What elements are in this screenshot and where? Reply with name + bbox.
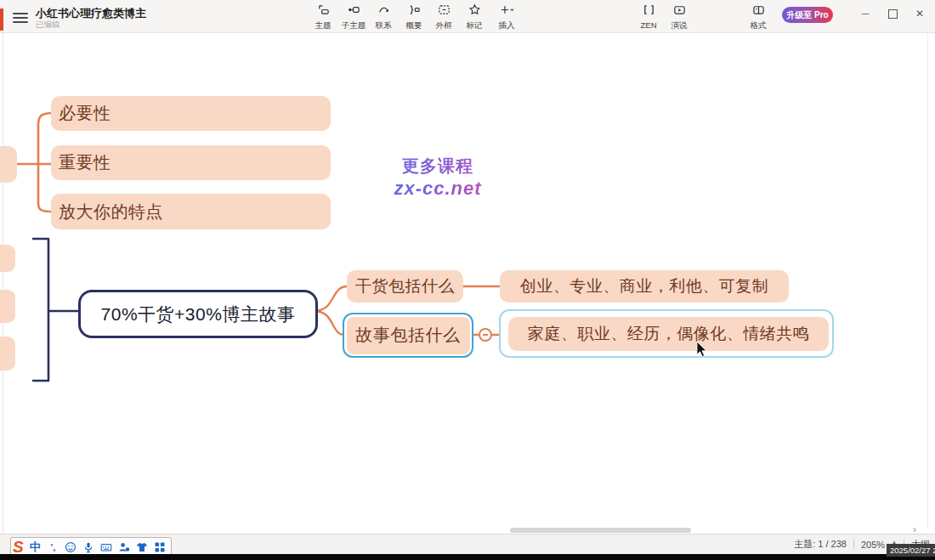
zoom-level[interactable]: 205% [861, 540, 885, 550]
play-icon [672, 3, 687, 20]
topic-label: 放大你的特点 [59, 201, 163, 223]
toolbar-marker-button[interactable]: 标记 [457, 3, 491, 31]
window-close-button[interactable]: ✕ [906, 0, 933, 27]
collapse-toggle-icon[interactable] [479, 328, 492, 342]
topic-label: 必要性 [59, 102, 111, 125]
toolbar-summary-button[interactable]: 概要 [397, 3, 431, 31]
branch-detail-node[interactable]: 家庭、职业、经历，偶像化、情绪共鸣 [508, 317, 829, 351]
ime-skin-icon[interactable] [136, 540, 149, 553]
topic-node[interactable]: 必要性 [51, 96, 331, 131]
insert-plus-icon [500, 3, 514, 20]
offscreen-parent-topic-node[interactable] [0, 146, 17, 183]
upgrade-pro-button[interactable]: 升级至 Pro [782, 7, 833, 23]
ime-language-mode-button[interactable]: 中 [29, 540, 42, 553]
branch-topic-label: 干货包括什么 [355, 275, 455, 297]
watermark: 更多课程 zx-cc.net [366, 155, 510, 200]
offscreen-topic-node[interactable] [0, 337, 15, 371]
window-minimize-button[interactable]: ─ [852, 0, 879, 27]
toolbar-relationship-button[interactable]: 联系 [366, 3, 400, 31]
watermark-line1: 更多课程 [366, 155, 510, 178]
clock-date-tooltip: 2025/02/27 2 [887, 544, 935, 557]
window-controls: ─ ✕ [852, 0, 933, 27]
star-icon [468, 3, 482, 20]
summary-topic-label: 70%干货+30%博主故事 [101, 303, 296, 326]
ime-keyboard-icon[interactable] [100, 540, 113, 553]
topic-node[interactable]: 放大你的特点 [51, 194, 331, 229]
format-panel-icon [751, 3, 766, 20]
branch-topic-node[interactable]: 干货包括什么 [347, 270, 463, 303]
screen-edge-red-sliver [0, 8, 3, 31]
canvas-left-edge-line [3, 32, 3, 534]
summary-icon [407, 3, 422, 20]
ime-toolbox-icon[interactable] [154, 540, 167, 553]
branch-detail-node[interactable]: 创业、专业、商业，利他、可复制 [500, 270, 789, 303]
maximize-icon [888, 9, 898, 19]
window-maximize-button[interactable] [879, 0, 906, 27]
toolbar-presentation-button[interactable]: 演说 [662, 3, 696, 31]
sogou-ime-logo-icon: S [13, 539, 24, 555]
document-edit-status: 已编辑 [36, 20, 60, 31]
summary-topic-node[interactable]: 70%干货+30%博主故事 [78, 290, 318, 338]
relationship-icon [377, 3, 391, 20]
toolbar-boundary-button[interactable]: 外框 [427, 3, 461, 31]
branch-detail-label: 创业、专业、商业，利他、可复制 [520, 275, 769, 297]
ime-account-icon[interactable] [118, 540, 131, 553]
ime-punctuation-icon[interactable]: ’, [47, 540, 60, 553]
toolbar-topic-button[interactable]: 主题 [306, 3, 340, 31]
topic-node[interactable]: 重要性 [51, 145, 331, 180]
boundary-icon [437, 3, 451, 20]
toolbar-subtopic-button[interactable]: 子主题 [337, 3, 371, 31]
offscreen-topic-node[interactable] [0, 245, 15, 272]
topic-label: 重要性 [59, 151, 111, 174]
ime-emoji-icon[interactable] [65, 540, 77, 553]
topic-icon [316, 3, 331, 20]
branch-topic-node-selected[interactable]: 故事包括什么 [343, 313, 473, 358]
statusbar: S 中 ’, 主题: 1 / 238 205% ▲▼ 大纲 [0, 534, 935, 555]
mindmap-canvas[interactable]: 更多课程 zx-cc.net 必要性 重要性 放大你的特点 70%干货+30%博… [0, 32, 935, 534]
offscreen-topic-node[interactable] [0, 290, 15, 323]
statusbar-divider [853, 540, 854, 549]
bottom-black-bar [0, 554, 935, 560]
menu-hamburger-icon[interactable] [13, 10, 28, 22]
horizontal-scrollbar-thumb[interactable] [510, 528, 691, 533]
toolbar-zen-button[interactable]: ZEN [632, 3, 666, 31]
zen-brackets-icon [642, 3, 656, 20]
toolbar-insert-button[interactable]: 插入 [488, 3, 525, 31]
toolbar-format-button[interactable]: 格式 [741, 3, 775, 31]
titlebar: 小红书心理疗愈类博主 已编辑 主题 子主题 联系 概要 外框 标记 插入 ZEN… [0, 0, 935, 33]
branch-topic-label: 故事包括什么 [356, 324, 461, 347]
topic-counter: 主题: 1 / 238 [794, 538, 847, 551]
branch-detail-label: 家庭、职业、经历，偶像化、情绪共鸣 [528, 323, 810, 345]
canvas-right-scrollbar-track [927, 32, 928, 529]
ime-voice-icon[interactable] [82, 540, 95, 553]
watermark-line2: zx-cc.net [366, 178, 510, 200]
subtopic-icon [347, 3, 361, 20]
